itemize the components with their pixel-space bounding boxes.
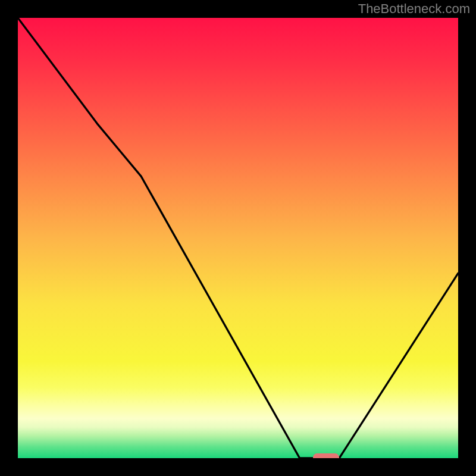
bottleneck-curve [18,18,458,458]
plot-area [18,18,458,458]
watermark-text: TheBottleneck.com [358,1,470,17]
optimal-marker [313,453,339,458]
chart-frame: TheBottleneck.com [0,0,476,476]
